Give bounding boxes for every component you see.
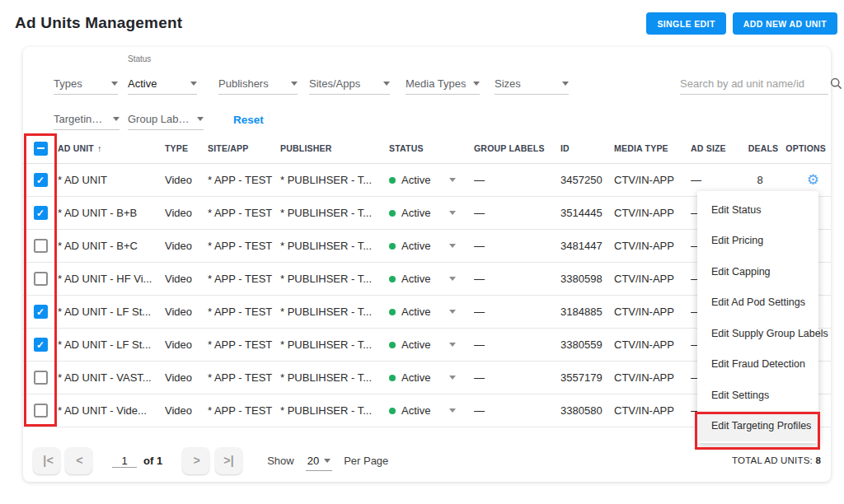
group-labels-filter-dropdown[interactable]: Group Labels (128, 109, 204, 130)
row-checkbox-cell: ✓ (23, 305, 58, 319)
search-box (680, 73, 828, 95)
row-checkbox[interactable]: ✓ (34, 206, 48, 220)
media-type-cell: CTV/IN-APP (614, 404, 691, 417)
row-checkbox[interactable]: ✓ (34, 173, 48, 187)
row-checkbox[interactable] (34, 239, 48, 253)
menu-item-edit-targeting-profiles[interactable]: Edit Targeting Profiles (697, 411, 818, 442)
column-header-id[interactable]: ID (560, 143, 614, 153)
row-checkbox[interactable]: ✓ (34, 338, 48, 352)
add-new-ad-unit-button[interactable]: ADD NEW AD UNIT (733, 12, 837, 35)
chevron-down-icon[interactable] (449, 343, 456, 347)
deals-cell: 8 (743, 174, 784, 186)
chevron-down-icon[interactable] (449, 178, 456, 182)
group-labels-cell: — (474, 207, 560, 219)
type-cell: Video (165, 338, 208, 351)
chevron-down-icon (291, 82, 298, 86)
single-edit-button[interactable]: SINGLE EDIT (646, 12, 725, 35)
ad-units-management-page: Ad Units Management SINGLE EDIT ADD NEW … (0, 0, 844, 504)
menu-item-edit-status[interactable]: Edit Status (697, 194, 818, 226)
media-type-cell: CTV/IN-APP (614, 174, 691, 186)
prev-page-button[interactable]: < (65, 447, 92, 474)
publisher-cell: * PUBLIHSER - T... (280, 306, 389, 318)
sites-apps-filter-label: Sites/Apps (309, 77, 360, 90)
status-cell: Active (389, 306, 474, 318)
media-type-cell: CTV/IN-APP (614, 371, 691, 384)
media-types-filter-dropdown[interactable]: Media Types (406, 73, 480, 95)
column-header-ad-size[interactable]: AD SIZE (691, 143, 743, 153)
first-page-button[interactable]: |< (33, 447, 60, 474)
page-title: Ad Units Management (15, 14, 182, 32)
type-cell: Video (165, 404, 208, 417)
row-checkbox-cell: ✓ (23, 338, 58, 352)
site-app-cell: * APP - TEST (208, 273, 280, 285)
type-cell: Video (165, 240, 208, 252)
site-app-cell: * APP - TEST (208, 207, 280, 219)
type-cell: Video (165, 174, 208, 186)
publisher-cell: * PUBLIHSER - T... (280, 338, 389, 351)
last-page-button[interactable]: >| (215, 447, 242, 474)
menu-item-edit-settings[interactable]: Edit Settings (697, 380, 818, 411)
status-label: Active (401, 174, 430, 186)
ad-unit-name-cell: * AD UNIT - VAST... (58, 371, 165, 384)
id-cell: 3457250 (560, 174, 614, 186)
column-header-media-type[interactable]: MEDIA TYPE (614, 143, 691, 153)
status-label: Active (401, 306, 430, 318)
sites-apps-filter-dropdown[interactable]: Sites/Apps (309, 73, 390, 95)
next-page-button[interactable]: > (182, 447, 209, 474)
reset-filters-link[interactable]: Reset (233, 114, 264, 126)
total-ad-units-label: TOTAL AD UNITS: (732, 455, 815, 465)
chevron-down-icon[interactable] (449, 277, 456, 281)
column-header-deals[interactable]: DEALS (743, 143, 784, 153)
column-header-ad-unit[interactable]: AD UNIT↑ (58, 143, 165, 153)
column-header-options[interactable]: OPTIONS (784, 143, 831, 153)
status-label: Active (401, 207, 430, 219)
chevron-down-icon (562, 82, 569, 86)
chevron-down-icon[interactable] (449, 211, 456, 215)
menu-item-edit-pricing[interactable]: Edit Pricing (697, 226, 818, 257)
status-filter-dropdown[interactable]: Active (128, 73, 197, 95)
status-active-dot-icon (389, 408, 396, 414)
row-checkbox[interactable]: ✓ (34, 305, 48, 319)
column-header-type[interactable]: TYPE (165, 143, 208, 153)
ad-unit-name-cell: * AD UNIT - B+C (58, 240, 165, 252)
site-app-cell: * APP - TEST (208, 174, 280, 186)
sort-arrow-up-icon: ↑ (97, 143, 102, 153)
chevron-down-icon[interactable] (449, 244, 456, 248)
row-checkbox[interactable] (34, 371, 48, 385)
row-checkbox[interactable] (34, 404, 48, 418)
site-app-cell: * APP - TEST (208, 371, 280, 384)
per-page-select[interactable]: 20 (306, 451, 332, 471)
row-checkbox[interactable] (34, 272, 48, 286)
menu-item-edit-fraud-detection[interactable]: Edit Fraud Detection (697, 349, 818, 380)
chevron-down-icon[interactable] (449, 408, 456, 413)
type-cell: Video (165, 273, 208, 285)
sizes-filter-dropdown[interactable]: Sizes (495, 73, 569, 95)
column-header-site-app[interactable]: SITE/APP (208, 143, 280, 153)
search-input[interactable] (680, 77, 825, 90)
menu-item-edit-supply-group-labels[interactable]: Edit Supply Group Labels (697, 318, 818, 349)
chevron-down-icon[interactable] (449, 376, 456, 380)
chevron-down-icon[interactable] (449, 310, 456, 314)
publishers-filter-dropdown[interactable]: Publishers (218, 73, 298, 95)
select-all-checkbox[interactable] (34, 142, 48, 156)
types-filter-dropdown[interactable]: Types (54, 73, 118, 95)
status-cell: Active (389, 338, 474, 351)
status-filter-caption: Status (128, 54, 151, 63)
options-gear-icon[interactable]: ⚙ (784, 171, 831, 189)
chevron-down-icon (113, 117, 120, 121)
menu-item-edit-capping[interactable]: Edit Capping (697, 256, 818, 287)
ad-unit-name-cell: * AD UNIT - LF St... (58, 306, 165, 318)
site-app-cell: * APP - TEST (208, 306, 280, 318)
targeting-profiles-filter-dropdown[interactable]: Targeting Profi... (54, 109, 120, 130)
per-page-value: 20 (307, 455, 319, 467)
chevron-down-icon (190, 82, 197, 86)
menu-item-edit-ad-pod-settings[interactable]: Edit Ad Pod Settings (697, 287, 818, 319)
select-all-checkbox-cell (23, 142, 58, 156)
publisher-cell: * PUBLIHSER - T... (280, 240, 389, 252)
column-header-status[interactable]: STATUS (389, 143, 474, 153)
column-header-publisher[interactable]: PUBLISHER (280, 143, 389, 153)
column-header-group-labels[interactable]: GROUP LABELS (474, 143, 560, 153)
status-cell: Active (389, 371, 474, 384)
page-number-input[interactable] (112, 455, 137, 468)
group-labels-cell: — (474, 371, 560, 384)
